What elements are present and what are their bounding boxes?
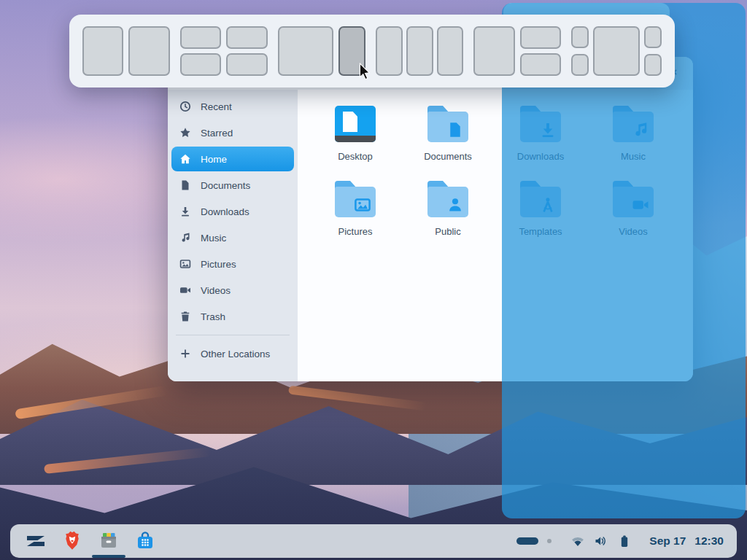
layout-tile[interactable] [571, 26, 589, 48]
desktop-icon [335, 106, 376, 142]
file-pictures[interactable]: Pictures [320, 181, 390, 237]
layout-tile[interactable] [180, 53, 221, 76]
layout-tile[interactable] [128, 26, 170, 76]
layout-tile[interactable] [376, 26, 403, 76]
desktop-icon-page [343, 112, 357, 132]
tray-volume[interactable] [594, 534, 608, 548]
sidebar-item-pictures[interactable]: Pictures [171, 252, 294, 276]
layout-option-half-two-quarters[interactable] [473, 26, 561, 76]
sidebar-item-label: Recent [201, 101, 232, 112]
home-icon [179, 153, 191, 165]
taskbar-launchers [18, 524, 163, 558]
file-manager-sidebar: RecentStarredHomeDocumentsDownloadsMusic… [168, 90, 298, 381]
sidebar-item-recent[interactable]: Recent [171, 94, 294, 119]
tray-icons [570, 534, 632, 548]
wallpaper-dune-highlight [288, 385, 427, 411]
desktop: × RecentStarredHomeDocumentsDownloadsMus… [0, 0, 747, 560]
layout-option-center-with-side-panels[interactable] [571, 26, 662, 76]
taskbar: Sep 17 12:30 [10, 524, 737, 558]
sidebar-item-label: Downloads [201, 206, 249, 217]
sidebar-item-label: Pictures [201, 259, 236, 270]
launcher-zorin-menu[interactable] [23, 524, 49, 558]
sidebar-item-label: Trash [201, 311, 225, 322]
document-icon [179, 179, 191, 191]
file-label: Pictures [338, 226, 373, 237]
file-public[interactable]: Public [413, 181, 483, 237]
sidebar-item-label: Other Locations [201, 349, 270, 359]
document-emblem-icon [446, 121, 464, 139]
wifi-icon [570, 534, 585, 548]
plus-icon [179, 348, 191, 359]
clock-time: 12:30 [694, 534, 724, 548]
sidebar-item-music[interactable]: Music [171, 225, 294, 250]
layout-tile[interactable] [437, 26, 463, 76]
sidebar-item-label: Starred [201, 128, 233, 139]
file-documents[interactable]: Documents [413, 106, 483, 162]
layout-tile[interactable] [520, 26, 561, 49]
layout-tile[interactable] [644, 54, 662, 76]
sidebar-item-home[interactable]: Home [171, 147, 294, 171]
workspace-indicator-pill[interactable] [516, 537, 538, 545]
star-icon [179, 127, 191, 139]
launcher-brave-browser[interactable] [59, 524, 85, 558]
running-indicator [92, 555, 125, 558]
sidebar-item-documents[interactable]: Documents [171, 173, 294, 198]
sidebar-item-label: Videos [201, 285, 231, 296]
layout-tile[interactable] [520, 53, 561, 76]
folder-icon [335, 181, 376, 217]
files-icon [97, 529, 120, 553]
workspace-indicator-dot[interactable] [547, 539, 551, 543]
sidebar-item-trash[interactable]: Trash [171, 304, 294, 329]
sidebar-divider [176, 335, 290, 335]
music-icon [179, 232, 191, 244]
tray-wifi[interactable] [570, 534, 585, 548]
download-icon [179, 206, 191, 217]
layout-tile[interactable] [226, 26, 268, 49]
video-icon [179, 284, 191, 296]
file-label: Public [435, 226, 460, 237]
volume-icon [594, 534, 608, 548]
folder-icon [427, 181, 468, 217]
layout-tile[interactable] [180, 26, 221, 49]
layout-tile[interactable] [406, 26, 433, 76]
launcher-software-store[interactable] [132, 524, 158, 558]
layout-tile[interactable] [82, 26, 123, 76]
sidebar-item-starred[interactable]: Starred [171, 120, 294, 145]
wallpaper-dune-highlight [15, 386, 168, 420]
system-tray: Sep 17 12:30 [516, 534, 729, 548]
sidebar-item-downloads[interactable]: Downloads [171, 199, 294, 224]
launcher-file-manager[interactable] [96, 524, 122, 558]
desktop-icon-bar [335, 136, 376, 142]
sidebar-item-label: Music [201, 233, 226, 244]
sidebar-item-videos[interactable]: Videos [171, 278, 294, 303]
sidebar-item-other-locations[interactable]: Other Locations [171, 341, 294, 366]
file-label: Documents [424, 151, 472, 162]
layout-tile[interactable] [278, 26, 333, 76]
layout-option-quarters[interactable] [180, 26, 268, 76]
sidebar-item-label: Documents [201, 180, 250, 191]
clock-date: Sep 17 [649, 534, 686, 548]
clock-icon [179, 101, 191, 112]
file-label: Desktop [338, 151, 373, 162]
layout-tile[interactable] [226, 53, 268, 76]
zorin-icon [24, 529, 47, 553]
layout-option-two-thirds-one-third[interactable] [278, 26, 365, 76]
layout-option-three-columns[interactable] [376, 26, 463, 76]
folder-icon [427, 106, 468, 142]
image-emblem-icon [354, 196, 371, 214]
layout-tile[interactable] [571, 54, 589, 76]
clock[interactable]: Sep 17 12:30 [649, 534, 724, 548]
sidebar-item-label: Home [201, 154, 227, 165]
layout-tile[interactable] [644, 26, 662, 48]
layout-option-two-columns[interactable] [82, 26, 170, 76]
layout-tile[interactable] [593, 26, 640, 76]
desktop-icon-body [335, 106, 376, 142]
image-icon [179, 258, 191, 270]
file-desktop[interactable]: Desktop [320, 106, 390, 162]
layout-tile[interactable] [473, 26, 515, 76]
software-icon [133, 529, 157, 553]
tray-battery[interactable] [617, 534, 632, 548]
mouse-cursor [359, 63, 373, 81]
person-emblem-icon [446, 196, 464, 214]
wallpaper-dune-highlight [44, 447, 212, 474]
